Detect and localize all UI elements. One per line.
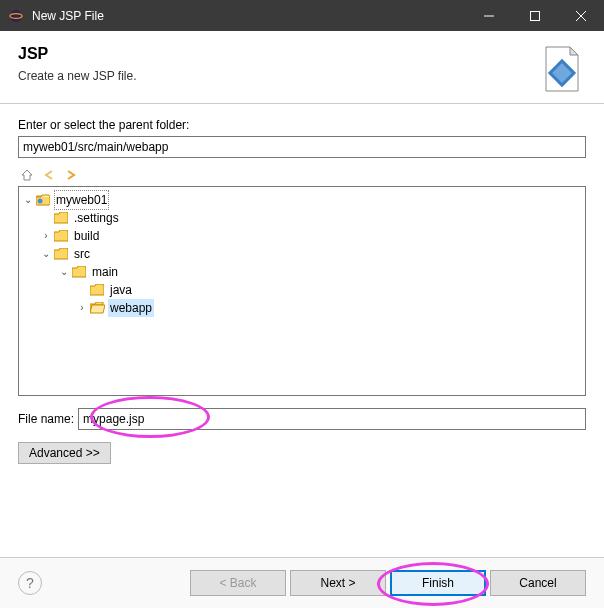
page-title: JSP (18, 45, 538, 63)
advanced-button[interactable]: Advanced >> (18, 442, 111, 464)
chevron-right-icon[interactable]: › (75, 299, 89, 317)
eclipse-icon (8, 8, 24, 24)
wizard-content: Enter or select the parent folder: ⌄ myw… (0, 104, 604, 474)
next-button[interactable]: Next > (290, 570, 386, 596)
parent-folder-input[interactable] (18, 136, 586, 158)
filename-label: File name: (18, 412, 74, 426)
folder-icon (53, 210, 69, 226)
svg-rect-3 (531, 11, 540, 20)
help-button[interactable]: ? (18, 571, 42, 595)
tree-node-build[interactable]: › build (39, 227, 583, 245)
jsp-file-icon (538, 45, 586, 93)
chevron-down-icon[interactable]: ⌄ (21, 191, 35, 209)
folder-icon (53, 228, 69, 244)
tree-label: java (108, 281, 134, 299)
tree-label: webapp (108, 299, 154, 317)
tree-node-java[interactable]: java (75, 281, 583, 299)
chevron-down-icon[interactable]: ⌄ (39, 245, 53, 263)
chevron-right-icon[interactable]: › (39, 227, 53, 245)
wizard-button-group: < Back Next > Finish Cancel (190, 570, 586, 596)
tree-node-src[interactable]: ⌄ src (39, 245, 583, 263)
tree-node-webapp[interactable]: › webapp (75, 299, 583, 317)
wizard-header: JSP Create a new JSP file. (0, 31, 604, 104)
home-icon[interactable] (18, 166, 36, 184)
filename-input[interactable] (78, 408, 586, 430)
folder-icon (89, 282, 105, 298)
minimize-button[interactable] (466, 0, 512, 31)
tree-node-project[interactable]: ⌄ myweb01 (21, 191, 583, 209)
wizard-footer: ? < Back Next > Finish Cancel (0, 557, 604, 608)
folder-tree[interactable]: ⌄ myweb01 .settings › build (18, 186, 586, 396)
tree-label: myweb01 (54, 190, 109, 210)
project-icon (35, 192, 51, 208)
forward-arrow-icon[interactable] (62, 166, 80, 184)
back-button[interactable]: < Back (190, 570, 286, 596)
tree-node-settings[interactable]: .settings (39, 209, 583, 227)
folder-icon (53, 246, 69, 262)
tree-label: main (90, 263, 120, 281)
parent-folder-label: Enter or select the parent folder: (18, 118, 586, 132)
tree-toolbar (18, 164, 586, 186)
tree-label: .settings (72, 209, 121, 227)
finish-button[interactable]: Finish (390, 570, 486, 596)
chevron-down-icon[interactable]: ⌄ (57, 263, 71, 281)
filename-row: File name: (18, 408, 586, 430)
tree-label: src (72, 245, 92, 263)
window-title: New JSP File (32, 9, 466, 23)
svg-point-0 (10, 10, 22, 22)
page-description: Create a new JSP file. (18, 69, 538, 83)
folder-icon (71, 264, 87, 280)
svg-point-9 (38, 199, 43, 204)
title-bar: New JSP File (0, 0, 604, 31)
tree-label: build (72, 227, 101, 245)
cancel-button[interactable]: Cancel (490, 570, 586, 596)
folder-open-icon (89, 300, 105, 316)
close-button[interactable] (558, 0, 604, 31)
back-arrow-icon[interactable] (40, 166, 58, 184)
tree-node-main[interactable]: ⌄ main (57, 263, 583, 281)
maximize-button[interactable] (512, 0, 558, 31)
